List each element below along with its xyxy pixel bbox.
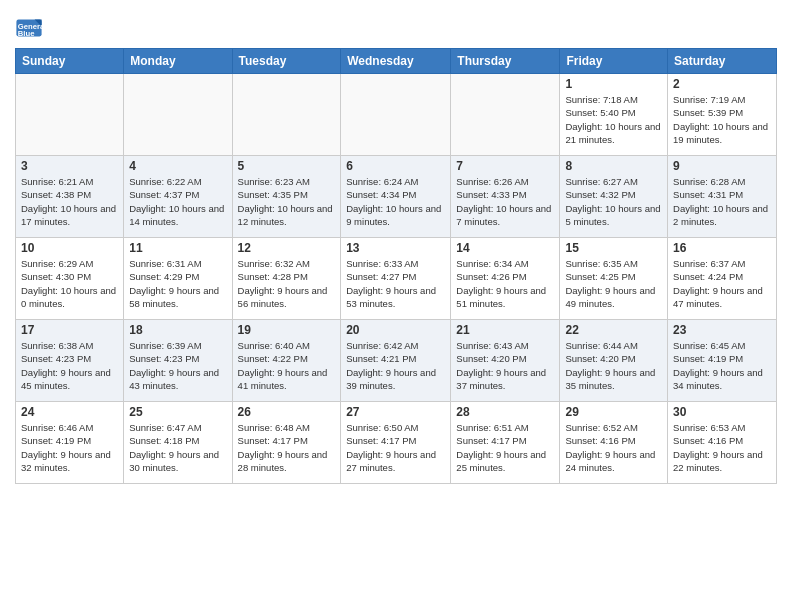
day-number: 4 (129, 159, 226, 173)
calendar-cell: 16Sunrise: 6:37 AMSunset: 4:24 PMDayligh… (668, 238, 777, 320)
calendar-week-row: 3Sunrise: 6:21 AMSunset: 4:38 PMDaylight… (16, 156, 777, 238)
calendar-cell: 9Sunrise: 6:28 AMSunset: 4:31 PMDaylight… (668, 156, 777, 238)
calendar-cell: 27Sunrise: 6:50 AMSunset: 4:17 PMDayligh… (341, 402, 451, 484)
calendar-cell: 8Sunrise: 6:27 AMSunset: 4:32 PMDaylight… (560, 156, 668, 238)
calendar-cell: 6Sunrise: 6:24 AMSunset: 4:34 PMDaylight… (341, 156, 451, 238)
day-info: Sunrise: 7:18 AMSunset: 5:40 PMDaylight:… (565, 93, 662, 146)
day-number: 3 (21, 159, 118, 173)
day-number: 10 (21, 241, 118, 255)
day-number: 6 (346, 159, 445, 173)
calendar-cell: 18Sunrise: 6:39 AMSunset: 4:23 PMDayligh… (124, 320, 232, 402)
calendar-cell: 11Sunrise: 6:31 AMSunset: 4:29 PMDayligh… (124, 238, 232, 320)
day-number: 20 (346, 323, 445, 337)
day-info: Sunrise: 6:48 AMSunset: 4:17 PMDaylight:… (238, 421, 336, 474)
day-number: 17 (21, 323, 118, 337)
calendar-week-row: 17Sunrise: 6:38 AMSunset: 4:23 PMDayligh… (16, 320, 777, 402)
day-info: Sunrise: 6:29 AMSunset: 4:30 PMDaylight:… (21, 257, 118, 310)
calendar-table: SundayMondayTuesdayWednesdayThursdayFrid… (15, 48, 777, 484)
calendar-cell: 7Sunrise: 6:26 AMSunset: 4:33 PMDaylight… (451, 156, 560, 238)
day-number: 24 (21, 405, 118, 419)
logo: General Blue (15, 14, 47, 42)
day-number: 1 (565, 77, 662, 91)
calendar-week-row: 10Sunrise: 6:29 AMSunset: 4:30 PMDayligh… (16, 238, 777, 320)
day-info: Sunrise: 6:51 AMSunset: 4:17 PMDaylight:… (456, 421, 554, 474)
calendar-header-row: SundayMondayTuesdayWednesdayThursdayFrid… (16, 49, 777, 74)
day-number: 7 (456, 159, 554, 173)
svg-text:Blue: Blue (18, 29, 35, 38)
day-info: Sunrise: 6:24 AMSunset: 4:34 PMDaylight:… (346, 175, 445, 228)
calendar-week-row: 1Sunrise: 7:18 AMSunset: 5:40 PMDaylight… (16, 74, 777, 156)
calendar-cell: 3Sunrise: 6:21 AMSunset: 4:38 PMDaylight… (16, 156, 124, 238)
calendar-cell: 21Sunrise: 6:43 AMSunset: 4:20 PMDayligh… (451, 320, 560, 402)
calendar-cell: 30Sunrise: 6:53 AMSunset: 4:16 PMDayligh… (668, 402, 777, 484)
day-info: Sunrise: 6:46 AMSunset: 4:19 PMDaylight:… (21, 421, 118, 474)
day-info: Sunrise: 6:28 AMSunset: 4:31 PMDaylight:… (673, 175, 771, 228)
weekday-header-sunday: Sunday (16, 49, 124, 74)
weekday-header-wednesday: Wednesday (341, 49, 451, 74)
day-number: 27 (346, 405, 445, 419)
day-info: Sunrise: 6:37 AMSunset: 4:24 PMDaylight:… (673, 257, 771, 310)
day-number: 12 (238, 241, 336, 255)
day-info: Sunrise: 6:44 AMSunset: 4:20 PMDaylight:… (565, 339, 662, 392)
day-number: 28 (456, 405, 554, 419)
calendar-cell: 14Sunrise: 6:34 AMSunset: 4:26 PMDayligh… (451, 238, 560, 320)
calendar-week-row: 24Sunrise: 6:46 AMSunset: 4:19 PMDayligh… (16, 402, 777, 484)
day-number: 30 (673, 405, 771, 419)
calendar-cell: 12Sunrise: 6:32 AMSunset: 4:28 PMDayligh… (232, 238, 341, 320)
calendar-cell: 26Sunrise: 6:48 AMSunset: 4:17 PMDayligh… (232, 402, 341, 484)
day-number: 2 (673, 77, 771, 91)
weekday-header-tuesday: Tuesday (232, 49, 341, 74)
calendar-cell: 28Sunrise: 6:51 AMSunset: 4:17 PMDayligh… (451, 402, 560, 484)
day-number: 13 (346, 241, 445, 255)
day-info: Sunrise: 7:19 AMSunset: 5:39 PMDaylight:… (673, 93, 771, 146)
day-info: Sunrise: 6:32 AMSunset: 4:28 PMDaylight:… (238, 257, 336, 310)
day-info: Sunrise: 6:39 AMSunset: 4:23 PMDaylight:… (129, 339, 226, 392)
day-info: Sunrise: 6:31 AMSunset: 4:29 PMDaylight:… (129, 257, 226, 310)
day-info: Sunrise: 6:52 AMSunset: 4:16 PMDaylight:… (565, 421, 662, 474)
calendar-cell: 4Sunrise: 6:22 AMSunset: 4:37 PMDaylight… (124, 156, 232, 238)
day-number: 5 (238, 159, 336, 173)
day-number: 23 (673, 323, 771, 337)
day-number: 21 (456, 323, 554, 337)
calendar-cell: 29Sunrise: 6:52 AMSunset: 4:16 PMDayligh… (560, 402, 668, 484)
day-info: Sunrise: 6:26 AMSunset: 4:33 PMDaylight:… (456, 175, 554, 228)
day-info: Sunrise: 6:22 AMSunset: 4:37 PMDaylight:… (129, 175, 226, 228)
day-info: Sunrise: 6:40 AMSunset: 4:22 PMDaylight:… (238, 339, 336, 392)
calendar-cell (124, 74, 232, 156)
calendar-cell: 10Sunrise: 6:29 AMSunset: 4:30 PMDayligh… (16, 238, 124, 320)
calendar-cell: 19Sunrise: 6:40 AMSunset: 4:22 PMDayligh… (232, 320, 341, 402)
day-number: 11 (129, 241, 226, 255)
day-number: 18 (129, 323, 226, 337)
day-info: Sunrise: 6:43 AMSunset: 4:20 PMDaylight:… (456, 339, 554, 392)
day-info: Sunrise: 6:35 AMSunset: 4:25 PMDaylight:… (565, 257, 662, 310)
calendar-cell (232, 74, 341, 156)
logo-icon: General Blue (15, 14, 43, 42)
day-info: Sunrise: 6:21 AMSunset: 4:38 PMDaylight:… (21, 175, 118, 228)
calendar-cell: 17Sunrise: 6:38 AMSunset: 4:23 PMDayligh… (16, 320, 124, 402)
day-number: 22 (565, 323, 662, 337)
day-number: 8 (565, 159, 662, 173)
calendar-cell (341, 74, 451, 156)
day-info: Sunrise: 6:27 AMSunset: 4:32 PMDaylight:… (565, 175, 662, 228)
day-info: Sunrise: 6:23 AMSunset: 4:35 PMDaylight:… (238, 175, 336, 228)
calendar-cell: 25Sunrise: 6:47 AMSunset: 4:18 PMDayligh… (124, 402, 232, 484)
weekday-header-saturday: Saturday (668, 49, 777, 74)
calendar-cell: 1Sunrise: 7:18 AMSunset: 5:40 PMDaylight… (560, 74, 668, 156)
calendar-cell: 24Sunrise: 6:46 AMSunset: 4:19 PMDayligh… (16, 402, 124, 484)
calendar-cell (451, 74, 560, 156)
calendar-cell: 22Sunrise: 6:44 AMSunset: 4:20 PMDayligh… (560, 320, 668, 402)
day-info: Sunrise: 6:47 AMSunset: 4:18 PMDaylight:… (129, 421, 226, 474)
calendar-cell: 13Sunrise: 6:33 AMSunset: 4:27 PMDayligh… (341, 238, 451, 320)
day-info: Sunrise: 6:34 AMSunset: 4:26 PMDaylight:… (456, 257, 554, 310)
weekday-header-monday: Monday (124, 49, 232, 74)
calendar-cell: 2Sunrise: 7:19 AMSunset: 5:39 PMDaylight… (668, 74, 777, 156)
header: General Blue (15, 10, 777, 42)
page: General Blue SundayMondayTuesdayWednesda… (0, 0, 792, 494)
day-info: Sunrise: 6:38 AMSunset: 4:23 PMDaylight:… (21, 339, 118, 392)
calendar-cell: 20Sunrise: 6:42 AMSunset: 4:21 PMDayligh… (341, 320, 451, 402)
day-number: 25 (129, 405, 226, 419)
day-info: Sunrise: 6:33 AMSunset: 4:27 PMDaylight:… (346, 257, 445, 310)
day-number: 29 (565, 405, 662, 419)
calendar-cell (16, 74, 124, 156)
day-info: Sunrise: 6:42 AMSunset: 4:21 PMDaylight:… (346, 339, 445, 392)
